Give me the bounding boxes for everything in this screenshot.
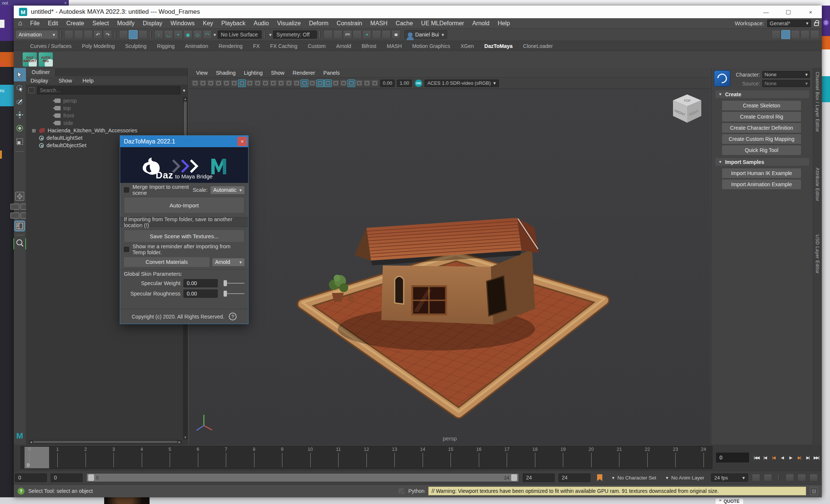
bookmarks-icon[interactable] [207,80,215,87]
outliner-menu-item[interactable]: Show [54,78,77,84]
menu-item[interactable]: MASH [366,20,391,27]
exposure-field[interactable]: 0.00 [380,80,395,87]
viewport-menu-item[interactable]: Show [267,70,288,76]
source-select[interactable]: None▾ [762,80,810,87]
frame-tick[interactable]: 19 [560,446,567,469]
menu-item[interactable]: Create [62,20,88,27]
resize-grip[interactable] [398,488,404,494]
scale-select[interactable]: Automatic▾ [211,186,244,194]
display-layers-icon[interactable] [810,30,819,39]
scroll-left-icon[interactable]: ◀ [30,440,32,444]
frame-tick[interactable]: 11 [335,446,342,469]
import-samples-header[interactable]: ▼ Import Samples [715,158,809,166]
loop-icon[interactable] [798,474,806,481]
viewport-menu-item[interactable]: View [192,70,212,76]
shelf-tab[interactable]: Arnold [331,42,356,51]
frame-tick[interactable]: 2 [82,446,89,469]
viewport-menu-item[interactable]: Panels [319,70,344,76]
select-by-component-icon[interactable] [138,30,147,39]
textured-icon[interactable] [316,80,324,87]
isolate-select-icon[interactable] [363,80,371,87]
redo-icon[interactable]: ↷ [103,30,112,39]
merge-import-checkbox[interactable] [124,187,129,193]
anim-layer-select[interactable]: ▾No Anim Layer [663,474,707,482]
frame-tick[interactable]: 17 [504,446,510,469]
caret-icon[interactable]: ▾ [269,32,272,37]
play-forwards-button[interactable]: ▶ [787,453,794,462]
shelf-tab[interactable]: Rendering [214,42,248,51]
animation-end-field[interactable]: 24 [558,474,590,482]
grease-pencil-icon[interactable] [230,80,238,87]
viewport-menu-item[interactable]: Lighting [240,70,267,76]
2d-pan-zoom-icon[interactable] [222,80,230,87]
menu-item[interactable]: File [26,20,44,27]
save-scene-button[interactable]: Save Scene with Textures... [124,230,244,242]
playblast-icon[interactable] [764,474,772,481]
dialog-titlebar[interactable]: DazToMaya 2022.1 × [120,136,248,147]
use-default-material-icon[interactable] [324,80,332,87]
playback-start-field[interactable]: 0 [51,474,83,482]
current-frame-field[interactable]: 0 [716,453,749,462]
tab-channel-box[interactable]: Channel Box / Layer Editor [815,72,820,132]
shelf-daz-import-button[interactable]: DAZ IMPORT [23,52,37,67]
character-set-select[interactable]: ▾No Character Set [609,474,659,482]
shelf-tab[interactable]: Motion Graphics [407,42,455,51]
maya-titlebar[interactable]: M untitled* - Autodesk MAYA 2022.3: unti… [14,6,822,18]
shelf-tab[interactable]: Animation [180,42,213,51]
frame-tick[interactable]: 10 [307,446,314,469]
fps-select[interactable]: 24 fps▾ [711,474,748,482]
frame-tick[interactable]: 14 [419,446,426,469]
frame-tick[interactable]: 9 [279,446,286,469]
ipr-render-icon[interactable]: IPR [343,30,352,39]
menu-item[interactable]: Arnold [468,20,493,27]
workspace-select[interactable]: General*▾ [767,20,811,27]
outliner-zoom-button[interactable] [13,238,26,249]
bookmark-icon[interactable] [597,474,602,481]
create-button[interactable]: Quick Rig Tool [722,145,801,155]
menu-item[interactable]: UE MLDeformer [417,20,468,27]
layout-four-pane-button[interactable] [10,204,19,210]
save-scene-icon[interactable] [84,30,93,39]
specular-weight-field[interactable]: 0.00 [183,279,218,287]
tab-usd-layer-editor[interactable]: USD Layer Editor [815,235,820,274]
command-feedback-warning[interactable]: // Warning: Viewport textures have been … [428,487,806,495]
close-button[interactable]: × [799,6,822,18]
home-icon[interactable]: ⌂ [18,19,22,27]
tab-close-icon[interactable]: × [64,1,67,5]
shelf-tab[interactable]: FX [248,42,265,51]
smooth-shade-icon[interactable] [301,80,308,87]
frame-tick[interactable]: 16 [475,446,482,469]
shelf-auto-rig-button[interactable]: AUTO RIG [39,52,53,67]
auto-key-icon[interactable] [810,474,818,481]
specular-roughness-field[interactable]: 0.00 [183,290,218,298]
auto-import-button[interactable]: Auto-Import [124,197,244,213]
menu-item[interactable]: Playback [217,20,250,27]
frame-tick[interactable]: 6 [195,446,201,469]
safe-action-icon[interactable] [277,80,285,87]
outliner-item[interactable]: side [26,119,183,127]
frame-tick[interactable]: 22 [644,446,651,469]
render-frame-icon[interactable] [333,30,342,39]
frame-tick[interactable]: 18 [532,446,538,469]
dialog-close-button[interactable]: × [237,137,247,146]
import-sample-button[interactable]: Import Human IK Example [722,168,801,178]
safe-title-icon[interactable] [285,80,293,87]
step-back-frame-button[interactable]: |◀ [761,453,769,462]
shadows-icon[interactable] [340,80,347,87]
shelf-tab[interactable]: Custom [302,42,331,51]
render-settings-icon[interactable] [353,30,362,39]
browser-tab[interactable]: not × [0,0,69,6]
outliner-search-input[interactable] [37,86,180,94]
step-forward-frame-button[interactable]: ▶| [804,453,811,462]
symmetry-field[interactable]: Symmetry: Off [273,30,317,39]
shelf-tab[interactable]: Curves / Surfaces [25,42,77,51]
menu-item[interactable]: Cache [392,20,417,27]
new-scene-icon[interactable] [64,30,73,39]
scroll-right-icon[interactable]: ▶ [179,440,181,444]
view-cube[interactable]: TOP FRONT RIGHT [673,94,701,123]
shelf-tab[interactable]: Poly Modeling [77,42,120,51]
browser-avatar[interactable]: D [823,20,829,26]
maximize-button[interactable]: ▢ [777,6,799,18]
humanik-panel-icon[interactable] [781,30,790,39]
timeline-ruler[interactable]: 0123456789101112131415161718192021222324… [20,446,712,469]
